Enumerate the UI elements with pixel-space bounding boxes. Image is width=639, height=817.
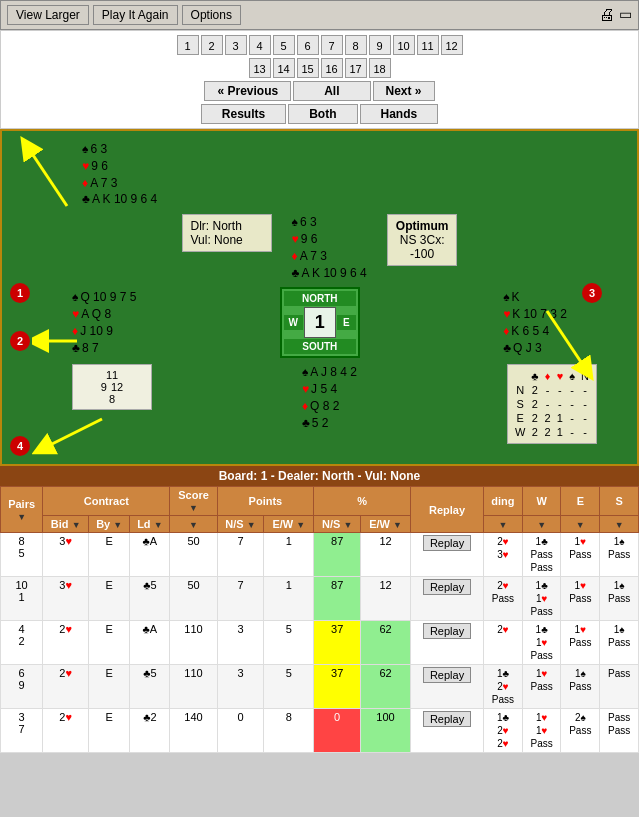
board-1[interactable]: 1 [177, 35, 199, 55]
cell-pairs: 101 [1, 577, 43, 621]
window-icon[interactable]: ▭ [619, 6, 632, 24]
cell-pct-ns: 87 [314, 577, 361, 621]
prev-button[interactable]: « Previous [204, 81, 291, 101]
board-8[interactable]: 8 [345, 35, 367, 55]
board-15[interactable]: 15 [297, 58, 319, 78]
cell-pts-ns: 0 [217, 709, 264, 753]
replay-button[interactable]: Replay [423, 579, 471, 595]
sub-ld: Ld ▼ [130, 516, 170, 533]
cell-score: 110 [170, 665, 217, 709]
cell-pct-ew: 62 [361, 621, 411, 665]
sub-w-sort: ▼ [522, 516, 561, 533]
cell-w-bids: 2♥Pass [484, 577, 523, 621]
cell-ld: ♣5 [130, 577, 170, 621]
cell-w-bids: 2♥3♥ [484, 533, 523, 577]
cell-pct-ew: 12 [361, 533, 411, 577]
cell-pairs: 85 [1, 533, 43, 577]
board-9[interactable]: 9 [369, 35, 391, 55]
svg-line-7 [547, 311, 587, 371]
badge-2: 2 [10, 331, 30, 351]
vul-text: Vul: None [191, 233, 263, 247]
board-18[interactable]: 18 [369, 58, 391, 78]
cell-bid: 2♥ [43, 621, 89, 665]
replay-button[interactable]: Replay [423, 535, 471, 551]
arrow-3-icon [537, 301, 597, 381]
sub-s-sort: ▼ [600, 516, 639, 533]
filter-row: Results Both Hands [5, 104, 634, 124]
cell-e-bids: 1♥Pass [561, 621, 600, 665]
cell-by: E [89, 621, 130, 665]
board-10[interactable]: 10 [393, 35, 415, 55]
board-14[interactable]: 14 [273, 58, 295, 78]
results-button[interactable]: Results [201, 104, 286, 124]
cell-ld: ♣5 [130, 665, 170, 709]
cell-s-bids: 1♠Pass [600, 621, 639, 665]
board-3[interactable]: 3 [225, 35, 247, 55]
hands-button[interactable]: Hands [360, 104, 439, 124]
numbers-val3: 12 [111, 381, 123, 393]
nav-section: 1 2 3 4 5 6 7 8 9 10 11 12 13 14 15 16 1… [0, 30, 639, 129]
dealer-text: Dlr: North [191, 219, 263, 233]
south-hand: ♠ A J 8 4 2 ♥ J 5 4 ♦ Q 8 2 ♣ 5 2 [302, 364, 357, 431]
print-icon[interactable]: 🖨 [599, 6, 615, 24]
sub-ns: N/S ▼ [217, 516, 264, 533]
col-e: E [561, 487, 600, 516]
next-button[interactable]: Next » [373, 81, 435, 101]
north-hearts: ♥9 6 [82, 158, 157, 175]
cell-replay[interactable]: Replay [411, 533, 484, 577]
cell-score: 140 [170, 709, 217, 753]
cell-replay[interactable]: Replay [411, 577, 484, 621]
board-16[interactable]: 16 [321, 58, 343, 78]
board-2[interactable]: 2 [201, 35, 223, 55]
board-6[interactable]: 6 [297, 35, 319, 55]
cell-bid: 3♥ [43, 577, 89, 621]
cell-e-bids: 1♥Pass [561, 577, 600, 621]
number-row-2: 13 14 15 16 17 18 [5, 58, 634, 78]
board-12[interactable]: 12 [441, 35, 463, 55]
board-7[interactable]: 7 [321, 35, 343, 55]
cell-s-bids: 1♠Pass [600, 577, 639, 621]
badge-3: 3 [582, 283, 602, 303]
results-table: Pairs▼ Contract Score▼ Points % Replay d… [0, 486, 639, 753]
cell-pct-ew: 12 [361, 577, 411, 621]
col-w: W [522, 487, 561, 516]
board-5[interactable]: 5 [273, 35, 295, 55]
numbers-val2: 9 [101, 381, 107, 393]
cell-pct-ns: 0 [314, 709, 361, 753]
replay-button[interactable]: Replay [423, 711, 471, 727]
compass-east-label: E [337, 315, 356, 330]
arrow-2-icon [32, 326, 82, 356]
cell-pts-ew: 1 [264, 533, 314, 577]
view-larger-button[interactable]: View Larger [7, 5, 89, 25]
cell-pts-ew: 5 [264, 621, 314, 665]
board-11[interactable]: 11 [417, 35, 439, 55]
badge-1: 1 [10, 283, 30, 303]
board-13[interactable]: 13 [249, 58, 271, 78]
optimum-label: Optimum [396, 219, 449, 233]
sub-score-sort: ▼ [170, 516, 217, 533]
options-button[interactable]: Options [182, 5, 241, 25]
cell-pct-ew: 100 [361, 709, 411, 753]
cell-replay[interactable]: Replay [411, 621, 484, 665]
play-again-button[interactable]: Play It Again [93, 5, 178, 25]
cell-e-bids: 1♥Pass [561, 533, 600, 577]
all-button[interactable]: All [293, 81, 370, 101]
sub-bid: Bid ▼ [43, 516, 89, 533]
board-header: Board: 1 - Dealer: North - Vul: None [0, 466, 639, 486]
compass-number: 1 [304, 307, 336, 338]
north-clubs: ♣A K 10 9 6 4 [82, 191, 157, 208]
cell-replay[interactable]: Replay [411, 709, 484, 753]
board-17[interactable]: 17 [345, 58, 367, 78]
cell-score: 110 [170, 621, 217, 665]
compass-south-label: SOUTH [284, 339, 356, 354]
cell-score: 50 [170, 533, 217, 577]
both-button[interactable]: Both [288, 104, 357, 124]
cell-replay[interactable]: Replay [411, 665, 484, 709]
col-leading: ding [484, 487, 523, 516]
numbers-val4: 8 [77, 393, 147, 405]
replay-button[interactable]: Replay [423, 667, 471, 683]
cell-n-bids: 1♣1♥Pass [522, 621, 561, 665]
replay-button[interactable]: Replay [423, 623, 471, 639]
board-4[interactable]: 4 [249, 35, 271, 55]
arrow-1-icon [17, 136, 77, 216]
